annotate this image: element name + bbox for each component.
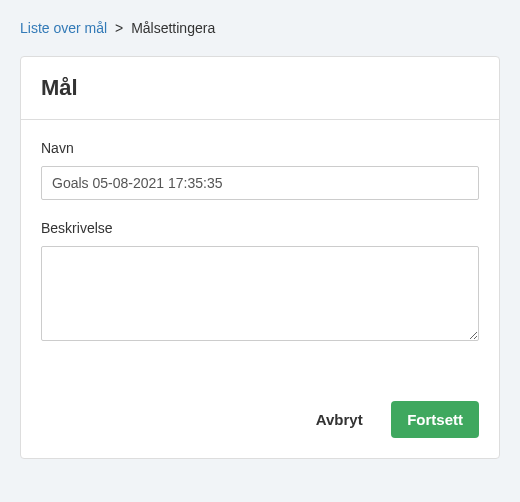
name-label: Navn	[41, 140, 479, 156]
description-label: Beskrivelse	[41, 220, 479, 236]
form-group-description: Beskrivelse	[41, 220, 479, 345]
form-group-name: Navn	[41, 140, 479, 200]
name-input[interactable]	[41, 166, 479, 200]
card-header: Mål	[21, 57, 499, 120]
card-title: Mål	[41, 75, 479, 101]
goal-card: Mål Navn Beskrivelse Avbryt Fortsett	[20, 56, 500, 459]
breadcrumb-current: Målsettingera	[131, 20, 215, 36]
card-body: Navn Beskrivelse	[21, 120, 499, 385]
cancel-button[interactable]: Avbryt	[300, 401, 379, 438]
breadcrumb-link-list[interactable]: Liste over mål	[20, 20, 107, 36]
breadcrumb: Liste over mål > Målsettingera	[20, 20, 500, 36]
description-textarea[interactable]	[41, 246, 479, 341]
breadcrumb-separator: >	[115, 20, 123, 36]
continue-button[interactable]: Fortsett	[391, 401, 479, 438]
card-footer: Avbryt Fortsett	[21, 385, 499, 458]
